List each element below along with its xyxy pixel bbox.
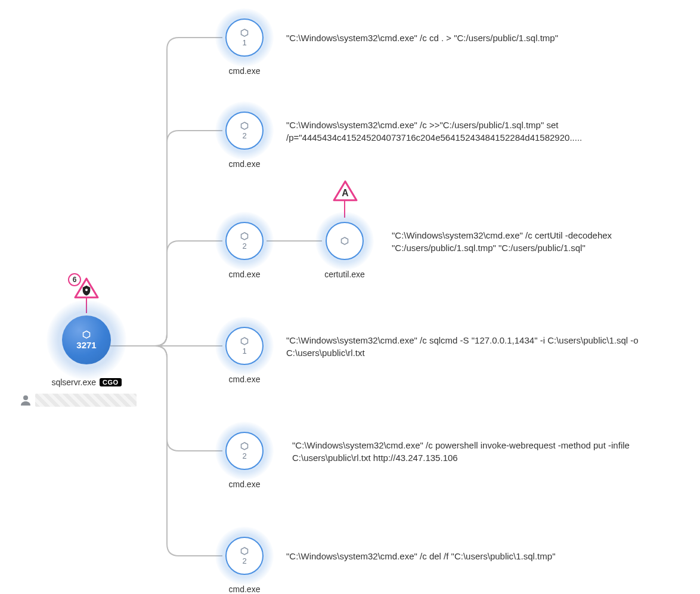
- redacted-username: [35, 394, 137, 407]
- hexagon-icon: [340, 237, 349, 245]
- svg-point-4: [85, 289, 88, 291]
- alert-triangle-icon[interactable]: A: [333, 180, 358, 203]
- svg-marker-9: [342, 237, 348, 245]
- root-label-row: sqlservr.exe CGO: [54, 378, 119, 387]
- alert-count-badge: 6: [68, 273, 81, 286]
- cgo-tag: CGO: [100, 378, 122, 386]
- root-count: 3271: [76, 340, 96, 350]
- process-tree-canvas: 3271 sqlservr.exe CGO 6: [0, 0, 700, 594]
- hexagon-icon: [240, 232, 249, 240]
- root-process-node[interactable]: 3271 sqlservr.exe CGO: [54, 307, 119, 387]
- command-line-text: "C:\Windows\system32\cmd.exe" /c certUti…: [392, 229, 690, 254]
- hexagon-icon: [240, 442, 249, 450]
- child-count: 1: [242, 38, 246, 47]
- child-process-node[interactable]: 2 cmd.exe: [221, 532, 268, 594]
- child-process-node[interactable]: 2 cmd.exe: [221, 107, 268, 169]
- child-process-name: cmd.exe: [229, 66, 261, 76]
- alert-letter: A: [342, 188, 348, 198]
- hexagon-icon: [240, 122, 249, 130]
- command-line-text: "C:\Windows\system32\cmd.exe" /c powersh…: [292, 439, 674, 464]
- hexagon-icon: [240, 29, 249, 37]
- child-process-name: cmd.exe: [229, 270, 261, 279]
- child-process-name: cmd.exe: [229, 479, 261, 489]
- user-row: [21, 394, 137, 407]
- svg-marker-6: [241, 29, 248, 36]
- child-process-node[interactable]: 2 cmd.exe: [221, 217, 268, 279]
- child-process-name: cmd.exe: [229, 584, 261, 594]
- svg-marker-13: [241, 547, 248, 555]
- command-line-text: "C:\Windows\system32\cmd.exe" /c del /f …: [286, 550, 680, 562]
- svg-marker-8: [241, 233, 248, 240]
- command-line-text: "C:\Windows\system32\cmd.exe" /c cd . > …: [286, 32, 680, 44]
- child-count: 2: [242, 451, 246, 460]
- command-line-text: "C:\Windows\system32\cmd.exe" /c >>"C:/u…: [286, 119, 668, 144]
- svg-point-5: [23, 395, 28, 400]
- svg-marker-2: [83, 331, 90, 338]
- child-count: 2: [242, 242, 246, 250]
- svg-marker-12: [241, 443, 248, 450]
- edges-svg: [0, 0, 700, 594]
- child-process-node[interactable]: 1 cmd.exe: [221, 14, 268, 76]
- child-count: 1: [242, 346, 246, 355]
- svg-marker-7: [241, 122, 248, 129]
- child-process-node[interactable]: 2 cmd.exe: [221, 427, 268, 489]
- child-process-name: cmd.exe: [229, 375, 261, 384]
- hexagon-icon: [240, 337, 249, 345]
- child-count: 2: [242, 131, 246, 140]
- grandchild-process-name: certutil.exe: [324, 270, 365, 279]
- hexagon-icon: [82, 330, 91, 339]
- child-process-name: cmd.exe: [229, 159, 261, 169]
- user-icon: [21, 395, 30, 406]
- grandchild-process-node[interactable]: certutil.exe: [321, 217, 368, 279]
- root-process-name: sqlservr.exe: [51, 378, 96, 387]
- child-process-node[interactable]: 1 cmd.exe: [221, 322, 268, 384]
- command-line-text: "C:\Windows\system32\cmd.exe" /c sqlcmd …: [286, 334, 680, 359]
- child-count: 2: [242, 556, 246, 565]
- svg-marker-11: [241, 338, 248, 345]
- hexagon-icon: [240, 547, 249, 555]
